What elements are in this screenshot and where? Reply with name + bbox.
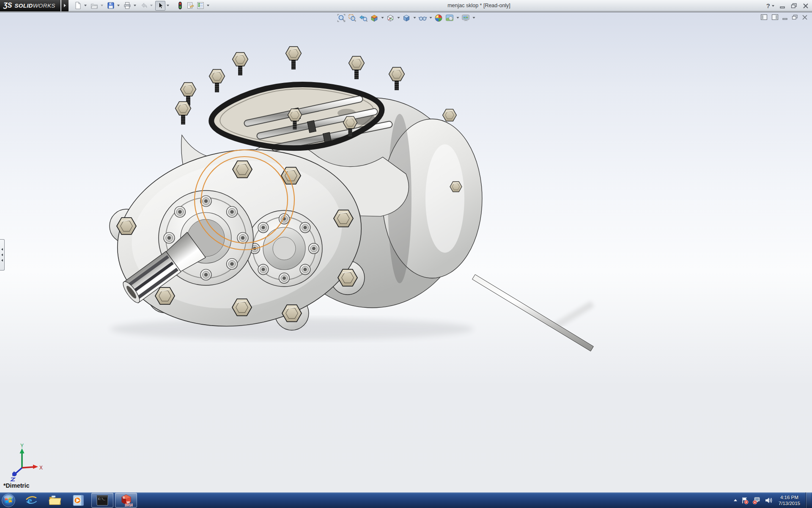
print-icon xyxy=(123,1,132,10)
new-document-icon xyxy=(74,1,82,10)
display-style-dropdown[interactable] xyxy=(412,13,417,22)
new-document-button[interactable] xyxy=(73,1,83,11)
zoom-to-fit-button[interactable] xyxy=(336,13,347,22)
hide-show-items-dropdown[interactable] xyxy=(428,13,433,22)
section-view-button[interactable] xyxy=(369,13,380,22)
view-orientation-dropdown[interactable] xyxy=(396,13,401,22)
cmd-prompt-text: C:\_ xyxy=(98,497,106,501)
action-center-button[interactable] xyxy=(741,497,749,504)
rebuild-button[interactable] xyxy=(175,1,185,11)
doc-close-icon xyxy=(802,15,808,20)
save-dropdown[interactable] xyxy=(116,1,121,11)
doc-close-button[interactable] xyxy=(802,15,808,20)
solidworks-2015-icon: S W 2015 xyxy=(119,494,133,507)
close-icon xyxy=(803,3,809,8)
new-document-dropdown[interactable] xyxy=(83,1,88,11)
svg-text:S: S xyxy=(123,496,125,500)
select-cursor-icon xyxy=(156,1,165,10)
file-properties-button[interactable] xyxy=(185,1,195,11)
solidworks-logo: ƷS SOLIDWORKS xyxy=(0,0,60,11)
apply-scene-dropdown[interactable] xyxy=(455,13,460,22)
zoom-to-fit-icon xyxy=(337,14,346,22)
edit-appearance-button[interactable] xyxy=(433,13,444,22)
doc-minimize-icon xyxy=(782,15,788,20)
view-settings-button[interactable] xyxy=(461,13,471,22)
options-dropdown[interactable] xyxy=(206,1,211,11)
heads-up-toolbar xyxy=(336,13,476,22)
close-button[interactable] xyxy=(803,3,809,8)
view-orientation-icon xyxy=(386,14,395,22)
options-button[interactable] xyxy=(195,1,206,11)
view-settings-dropdown[interactable] xyxy=(472,13,476,22)
dassault-3ds-logo-icon: ƷS xyxy=(3,2,12,9)
section-view-icon xyxy=(370,14,379,22)
menu-flyout-arrow[interactable] xyxy=(61,0,69,11)
brand-text-solid: SOLID xyxy=(14,3,33,9)
zoom-to-area-button[interactable] xyxy=(347,13,358,22)
sw-year-text: 2015 xyxy=(125,503,133,507)
view-orientation-button[interactable] xyxy=(385,13,396,22)
select-dropdown[interactable] xyxy=(165,1,170,11)
internet-explorer-icon: e xyxy=(25,494,38,507)
graphics-area[interactable]: Y X *Dimetric xyxy=(0,12,812,492)
window-title: menjac sklop * [Read-only] xyxy=(429,3,529,8)
restore-button[interactable] xyxy=(791,3,797,8)
save-floppy-icon xyxy=(107,1,115,10)
undo-icon xyxy=(140,1,148,10)
minimize-button[interactable] xyxy=(780,3,785,8)
options-icon xyxy=(196,1,205,10)
minimize-icon xyxy=(780,3,785,8)
media-player-icon xyxy=(72,494,85,507)
view-orientation-label: *Dimetric xyxy=(3,482,29,489)
feature-pane-toggle-button[interactable] xyxy=(760,14,768,20)
help-button[interactable]: ? xyxy=(766,2,774,9)
taskbar-item-media-player[interactable] xyxy=(68,493,90,508)
previous-view-button[interactable] xyxy=(358,13,369,22)
print-dropdown[interactable] xyxy=(132,1,137,11)
gearbox-model xyxy=(0,12,812,493)
command-prompt-icon: C:\_ xyxy=(96,494,109,507)
system-tray: 4:16 PM 7/13/2015 xyxy=(734,492,812,508)
taskbar-item-command-prompt[interactable]: C:\_ xyxy=(91,493,113,508)
title-bar: ƷS SOLIDWORKS xyxy=(0,0,812,11)
display-style-button[interactable] xyxy=(401,13,412,22)
taskbar-item-solidworks-2015[interactable]: S W 2015 xyxy=(115,493,137,508)
clock-time: 4:16 PM xyxy=(779,494,800,500)
taskbar-item-internet-explorer[interactable]: e xyxy=(20,493,42,508)
document-window-controls xyxy=(760,14,808,20)
print-button[interactable] xyxy=(122,1,132,11)
apply-scene-button[interactable] xyxy=(444,13,455,22)
help-icon: ? xyxy=(766,2,770,9)
view-settings-icon xyxy=(461,14,470,22)
main-toolbar xyxy=(73,1,212,11)
feature-manager-collapsed-tab[interactable] xyxy=(0,239,5,271)
undo-button[interactable] xyxy=(139,1,149,11)
network-status-button[interactable] xyxy=(752,497,761,504)
show-hidden-icons-icon xyxy=(734,499,737,501)
zoom-to-area-icon xyxy=(348,14,357,22)
feature-pane-toggle-icon xyxy=(760,14,768,20)
doc-restore-button[interactable] xyxy=(792,14,798,20)
select-group xyxy=(155,1,170,11)
collapse-arrow-icon xyxy=(1,248,3,251)
show-desktop-button[interactable] xyxy=(806,492,811,508)
print-group xyxy=(122,1,137,11)
open-dropdown[interactable] xyxy=(99,1,104,11)
triad-y-label: Y xyxy=(20,443,24,449)
start-button[interactable] xyxy=(0,492,17,508)
undo-dropdown[interactable] xyxy=(149,1,154,11)
taskbar-items: e xyxy=(20,492,137,508)
volume-button[interactable] xyxy=(765,497,773,504)
save-button[interactable] xyxy=(106,1,116,11)
doc-minimize-button[interactable] xyxy=(782,15,788,20)
hidden-icons-button[interactable] xyxy=(734,499,737,501)
open-button[interactable] xyxy=(89,1,99,11)
display-pane-toggle-button[interactable] xyxy=(771,14,779,20)
hide-show-items-icon xyxy=(418,14,427,22)
section-view-dropdown[interactable] xyxy=(380,13,385,22)
model-canvas[interactable] xyxy=(0,12,812,492)
taskbar-item-windows-explorer[interactable] xyxy=(44,493,66,508)
select-button[interactable] xyxy=(155,1,165,11)
taskbar-clock[interactable]: 4:16 PM 7/13/2015 xyxy=(779,494,800,506)
hide-show-items-button[interactable] xyxy=(417,13,428,22)
